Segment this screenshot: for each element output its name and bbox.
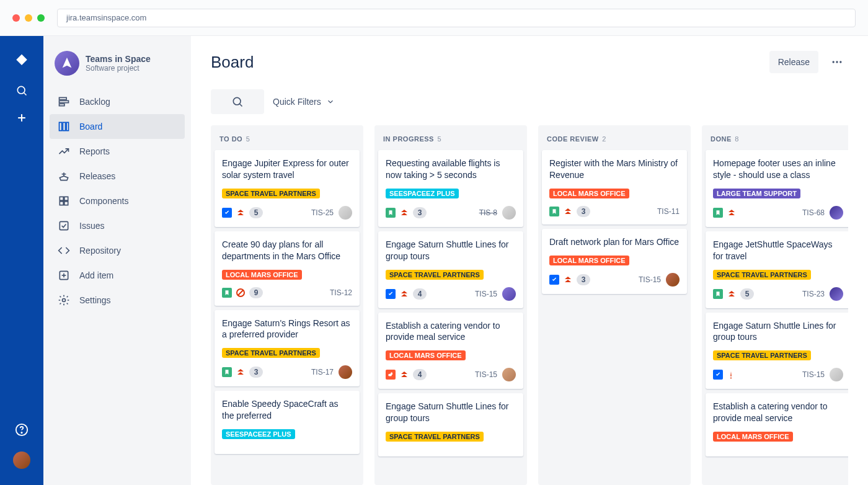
issue-card[interactable]: Homepage footer uses an inline style - s… — [706, 150, 848, 227]
story-points: 9 — [249, 287, 263, 298]
assignee-avatar[interactable] — [830, 368, 843, 381]
svg-point-24 — [233, 97, 241, 105]
issue-card[interactable]: Create 90 day plans for all departments … — [215, 231, 360, 306]
issue-title: Engage Saturn's Rings Resort as a prefer… — [222, 318, 352, 341]
sidebar-item-label: Repository — [79, 246, 121, 256]
minimize-window-icon[interactable] — [25, 14, 32, 22]
story-type-icon — [713, 289, 723, 299]
backlog-icon — [57, 96, 71, 108]
card-footer: TIS-15 — [713, 368, 843, 381]
epic-badge: SPACE TRAVEL PARTNERS — [713, 350, 811, 360]
sidebar-item-reports[interactable]: Reports — [50, 139, 185, 164]
assignee-avatar[interactable] — [502, 206, 516, 220]
story-points: 3 — [249, 367, 263, 378]
project-sidebar: Teams in Space Software project BacklogB… — [43, 36, 191, 485]
story-type-icon — [222, 367, 232, 377]
chevron-down-icon — [326, 97, 335, 106]
svg-rect-10 — [63, 122, 65, 130]
task-type-icon — [549, 275, 559, 285]
issue-card[interactable]: Engage Saturn Shuttle Lines for group to… — [706, 313, 848, 389]
help-icon[interactable] — [15, 423, 29, 437]
issue-key: TIS-23 — [802, 290, 825, 298]
sidebar-item-components[interactable]: Components — [50, 189, 185, 213]
issue-card[interactable]: Requesting available flights is now taki… — [378, 150, 523, 227]
profile-avatar[interactable] — [13, 452, 30, 469]
column-header: DONE 8 — [706, 131, 848, 150]
issue-title: Engage JetShuttle SpaceWays for travel — [713, 239, 843, 262]
issue-key: TIS-12 — [330, 288, 352, 297]
project-type: Software project — [86, 64, 151, 73]
priority-highest-icon — [236, 367, 246, 377]
sidebar-item-issues[interactable]: Issues — [50, 213, 185, 238]
sidebar-item-backlog[interactable]: Backlog — [50, 89, 185, 114]
project-header[interactable]: Teams in Space Software project — [50, 51, 185, 89]
svg-point-21 — [833, 61, 835, 63]
assignee-avatar[interactable] — [830, 206, 843, 220]
sidebar-item-add-item[interactable]: Add item — [50, 263, 185, 288]
close-window-icon[interactable] — [12, 14, 20, 22]
address-bar[interactable]: jira.teamsinspace.com — [57, 9, 856, 27]
issue-card[interactable]: Engage Saturn's Rings Resort as a prefer… — [215, 310, 360, 387]
svg-point-22 — [836, 61, 838, 63]
more-actions-icon[interactable] — [826, 51, 848, 73]
issue-title: Register with the Mars Ministry of Reven… — [549, 158, 680, 181]
release-button[interactable]: Release — [769, 51, 818, 73]
assignee-avatar[interactable] — [339, 365, 352, 379]
issue-title: Create 90 day plans for all departments … — [222, 239, 352, 262]
create-icon[interactable] — [16, 112, 28, 124]
issue-card[interactable]: Establish a catering vendor to provide m… — [378, 313, 523, 389]
column-code-review: CODE REVIEW 2Register with the Mars Mini… — [538, 125, 691, 485]
epic-badge: LARGE TEAM SUPPORT — [713, 189, 800, 198]
issues-icon — [57, 220, 71, 232]
column-header: IN PROGRESS 5 — [378, 131, 523, 150]
card-footer: 9TIS-12 — [222, 287, 352, 298]
story-type-icon — [713, 208, 723, 218]
svg-rect-7 — [60, 100, 69, 102]
issue-card[interactable]: Establish a catering vendor to provide m… — [706, 393, 848, 456]
maximize-window-icon[interactable] — [37, 14, 45, 22]
assignee-avatar[interactable] — [502, 368, 516, 381]
assignee-avatar[interactable] — [339, 206, 352, 220]
assignee-avatar[interactable] — [666, 273, 680, 287]
issue-card[interactable]: Engage JetShuttle SpaceWays for travelSP… — [706, 231, 848, 308]
sidebar-item-label: Settings — [79, 295, 111, 305]
issue-title: Requesting available flights is now taki… — [386, 158, 516, 181]
epic-badge: LOCAL MARS OFFICE — [549, 189, 629, 198]
add-icon — [57, 269, 71, 282]
epic-badge: SPACE TRAVEL PARTNERS — [222, 189, 320, 198]
sidebar-item-board[interactable]: Board — [50, 114, 185, 139]
sidebar-item-repository[interactable]: Repository — [50, 238, 185, 263]
assignee-avatar[interactable] — [502, 287, 516, 301]
search-icon[interactable] — [16, 84, 28, 97]
issue-title: Establish a catering vendor to provide m… — [386, 320, 516, 344]
svg-line-27 — [238, 290, 243, 295]
epic-badge: LOCAL MARS OFFICE — [549, 256, 629, 265]
issue-card[interactable]: Engage Jupiter Express for outer solar s… — [215, 150, 360, 227]
issue-card[interactable]: Register with the Mars Ministry of Reven… — [542, 150, 687, 225]
issue-key: TIS-15 — [475, 370, 497, 379]
jira-logo-icon[interactable] — [13, 52, 30, 69]
issue-card[interactable]: Enable Speedy SpaceCraft as the preferre… — [215, 391, 360, 454]
svg-rect-12 — [60, 197, 63, 200]
priority-highest-icon — [236, 208, 246, 218]
sidebar-item-releases[interactable]: Releases — [50, 164, 185, 189]
issue-title: Engage Saturn Shuttle Lines for group to… — [386, 401, 516, 424]
issue-card[interactable]: Engage Saturn Shuttle Lines for group to… — [378, 231, 523, 308]
card-footer: 3TIS-8 — [386, 206, 516, 220]
sidebar-item-settings[interactable]: Settings — [50, 288, 185, 313]
search-input[interactable] — [211, 89, 264, 114]
card-footer: 3TIS-11 — [549, 206, 680, 217]
assignee-avatar[interactable] — [830, 287, 843, 301]
epic-badge: SEESPACEEZ PLUS — [386, 189, 459, 198]
issue-title: Enable Speedy SpaceCraft as the preferre… — [222, 398, 352, 422]
issue-card[interactable]: Engage Saturn Shuttle Lines for group to… — [378, 393, 523, 456]
epic-badge: LOCAL MARS OFFICE — [713, 432, 793, 442]
svg-rect-8 — [60, 104, 64, 105]
story-points: 5 — [249, 207, 263, 218]
priority-highest-icon — [727, 208, 737, 218]
quick-filters-dropdown[interactable]: Quick Filters — [273, 97, 335, 107]
svg-line-25 — [240, 104, 242, 107]
project-logo-icon — [55, 51, 79, 76]
issue-card[interactable]: Draft network plan for Mars OfficeLOCAL … — [542, 229, 687, 294]
page-title: Board — [211, 53, 254, 72]
